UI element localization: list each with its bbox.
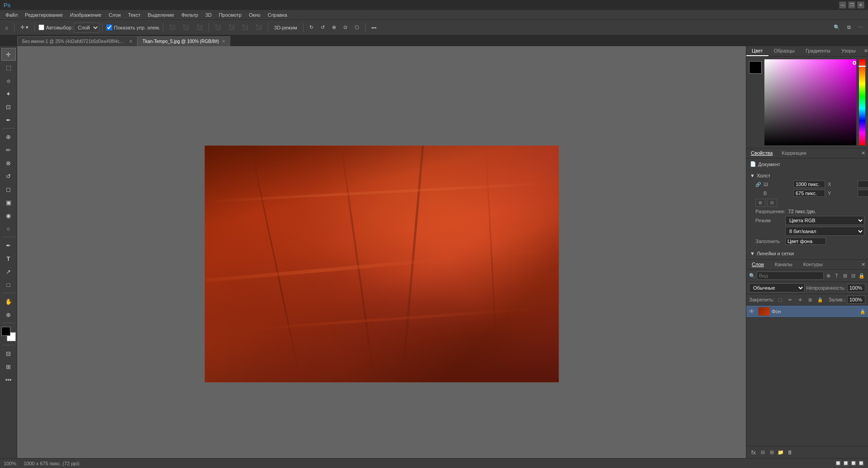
tool-blur[interactable]: ◉: [1, 209, 16, 222]
menu-image[interactable]: Изображение: [66, 11, 105, 19]
menu-window[interactable]: Окно: [245, 11, 264, 19]
auto-select-dropdown[interactable]: Слой: [74, 23, 100, 33]
align-right[interactable]: ⬛: [193, 22, 206, 33]
menu-text[interactable]: Текст: [124, 11, 144, 19]
layer-btn-2[interactable]: T: [833, 271, 840, 280]
tool-move[interactable]: ✛: [1, 48, 16, 61]
layer-btn-4[interactable]: ⊟: [850, 271, 857, 280]
foreground-preview[interactable]: [749, 61, 762, 74]
tool-gradient[interactable]: ▣: [1, 196, 16, 209]
tool-heal[interactable]: ⊕: [1, 130, 16, 143]
tool-clone[interactable]: ⊗: [1, 157, 16, 169]
layer-item-bg[interactable]: 👁 Фон 🔒: [746, 306, 868, 318]
layer-action-1[interactable]: fx: [749, 448, 758, 457]
workspace-button[interactable]: ⧉: [844, 22, 854, 33]
lock-all-btn[interactable]: 🔒: [816, 296, 824, 303]
restore-button[interactable]: ❐: [848, 1, 855, 9]
home-button[interactable]: ⌂: [2, 22, 11, 33]
lock-pixels-btn[interactable]: ⬚: [776, 296, 784, 303]
tab-document2[interactable]: Tkan-Tempo_5.jpg @ 100% (RGB/8#) ✕: [138, 36, 230, 46]
layer-visibility-icon[interactable]: 👁: [749, 308, 756, 315]
color-swatches[interactable]: [1, 327, 16, 341]
tool-zoom[interactable]: ⊕: [1, 308, 16, 321]
color-gradient-picker[interactable]: [764, 59, 856, 145]
align-top[interactable]: ⬛: [212, 22, 224, 33]
zoom-status[interactable]: 100%: [4, 461, 16, 466]
undo-btn[interactable]: ↺: [318, 22, 328, 33]
tool-extra2[interactable]: ⊞: [1, 360, 16, 373]
canvas-icon-2[interactable]: ⊟: [767, 199, 777, 207]
extra1[interactable]: ⊕: [329, 22, 339, 33]
opacity-input[interactable]: [847, 284, 865, 292]
move-options[interactable]: ✛ ▾: [17, 22, 32, 33]
minimize-button[interactable]: —: [839, 1, 846, 9]
layer-btn-5[interactable]: 🔒: [858, 271, 865, 280]
rulers-section-header[interactable]: ▼ Линейки и сетки: [750, 249, 864, 258]
properties-tab-properties[interactable]: Свойства: [746, 148, 777, 158]
align-bottom[interactable]: ⬛: [239, 22, 251, 33]
tab-document1[interactable]: Без имени-1 @ 25% (4d2afd0721b5d0ea46f84…: [17, 36, 138, 46]
tool-magic-wand[interactable]: ✦: [1, 87, 16, 100]
menu-layer[interactable]: Слои: [105, 11, 124, 19]
lock-artboard-btn[interactable]: ⊞: [806, 296, 814, 303]
menu-edit[interactable]: Редактирование: [21, 11, 66, 19]
more-options[interactable]: •••: [368, 22, 380, 33]
extra3[interactable]: ⬡: [351, 22, 362, 33]
menu-help[interactable]: Справка: [264, 11, 291, 19]
color-tab-gradients[interactable]: Градиенты: [800, 46, 836, 56]
close-button[interactable]: ✕: [857, 1, 864, 9]
color-tab-color[interactable]: Цвет: [746, 46, 768, 56]
layers-search-input[interactable]: [757, 272, 824, 280]
menu-filter[interactable]: Фильтр: [178, 11, 202, 19]
layer-action-4[interactable]: 📁: [776, 448, 785, 457]
menu-file[interactable]: Файл: [2, 11, 21, 19]
tool-marquee[interactable]: ⬚: [1, 61, 16, 74]
tool-crop[interactable]: ⊡: [1, 100, 16, 113]
lock-position-btn[interactable]: ✛: [796, 296, 804, 303]
tool-more[interactable]: •••: [1, 373, 16, 386]
hue-slider[interactable]: [859, 59, 865, 145]
menu-view[interactable]: Просмотр: [215, 11, 245, 19]
menu-3d[interactable]: 3D: [202, 11, 215, 19]
layer-action-2[interactable]: ⊟: [758, 448, 767, 457]
layers-tab-layers[interactable]: Слои: [746, 260, 769, 269]
tool-lasso[interactable]: ⌾: [1, 74, 16, 87]
tool-eyedropper[interactable]: ✒: [1, 114, 16, 126]
tool-hand[interactable]: ✋: [1, 295, 16, 308]
layers-tab-channels[interactable]: Каналы: [769, 260, 798, 269]
depth-dropdown[interactable]: 8 бит/канал: [785, 227, 864, 236]
x-input[interactable]: [858, 181, 868, 188]
show-transform-checkbox[interactable]: [106, 24, 112, 30]
blend-mode-dropdown[interactable]: Обычные: [749, 283, 805, 292]
align-extra[interactable]: ⬛: [252, 22, 265, 33]
color-tab-patterns[interactable]: Узоры: [836, 46, 861, 56]
tool-extra1[interactable]: ⊟: [1, 347, 16, 360]
search-button[interactable]: 🔍: [830, 22, 843, 33]
lock-brush-btn[interactable]: ✏: [786, 296, 794, 303]
layer-btn-1[interactable]: ⊕: [825, 271, 832, 280]
rotate-btn[interactable]: ↻: [306, 22, 317, 33]
layer-action-3[interactable]: ⊞: [767, 448, 776, 457]
tab1-close[interactable]: ✕: [129, 39, 133, 44]
mode-3d[interactable]: 3D-режим: [271, 22, 300, 33]
title-bar-controls[interactable]: — ❐ ✕: [839, 1, 864, 9]
fill-input[interactable]: [785, 238, 826, 245]
layer-btn-3[interactable]: ⊞: [842, 271, 849, 280]
layers-tab-paths[interactable]: Контуры: [798, 260, 828, 269]
tool-dodge[interactable]: ○: [1, 222, 16, 235]
extras-button[interactable]: ⋯: [855, 22, 866, 33]
layer-action-5[interactable]: 🗑: [785, 448, 794, 457]
width-input[interactable]: [793, 181, 825, 188]
tool-brush[interactable]: ✏: [1, 143, 16, 156]
canvas-icon-1[interactable]: ⊞: [755, 199, 765, 207]
height-input[interactable]: [793, 190, 825, 197]
auto-select-checkbox[interactable]: [38, 24, 44, 30]
tool-path-select[interactable]: ↗: [1, 265, 16, 278]
tab2-close[interactable]: ✕: [222, 39, 225, 44]
canvas-area[interactable]: [17, 46, 746, 458]
mode-dropdown[interactable]: Цвета RGB: [785, 216, 864, 225]
properties-tab-correction[interactable]: Коррекция: [777, 148, 811, 158]
menu-select[interactable]: Выделение: [144, 11, 178, 19]
tool-eraser[interactable]: ◻: [1, 183, 16, 196]
fill-value-input[interactable]: [847, 296, 865, 304]
